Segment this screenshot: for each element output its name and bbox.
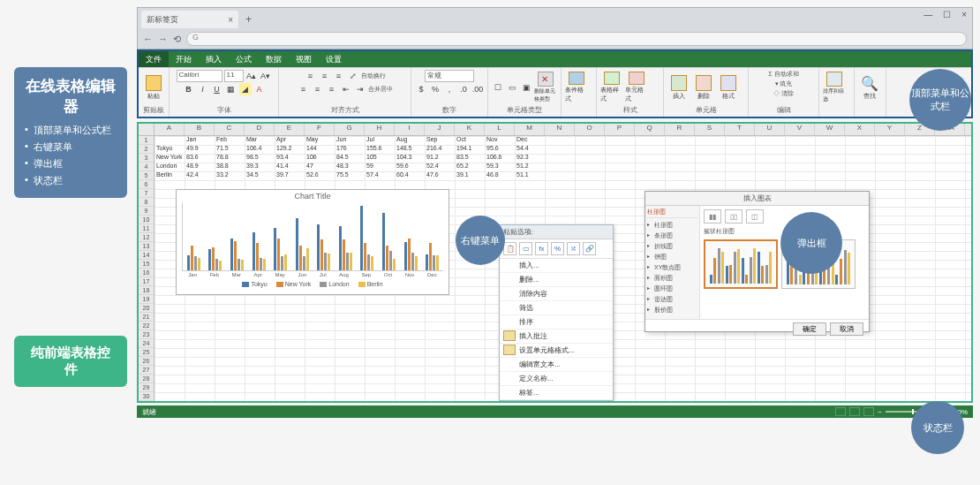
- number-format-select[interactable]: 常规: [425, 70, 474, 82]
- cell[interactable]: 59.3: [485, 163, 515, 171]
- currency-icon[interactable]: $: [415, 83, 427, 95]
- context-menu-item[interactable]: 设置单元格格式...: [500, 344, 613, 358]
- cell[interactable]: 93.4: [275, 154, 305, 163]
- cell[interactable]: 48.3: [335, 163, 365, 171]
- context-menu-item[interactable]: 清除内容: [500, 287, 613, 301]
- cell[interactable]: 57.4: [365, 171, 395, 180]
- cell[interactable]: 60.4: [395, 171, 425, 180]
- row-header[interactable]: 29: [139, 383, 154, 392]
- comma-icon[interactable]: ,: [443, 83, 456, 95]
- cell[interactable]: 83.5: [455, 154, 485, 163]
- dialog-sidebar-item[interactable]: 条形图: [647, 231, 697, 241]
- cell[interactable]: Jul: [365, 136, 395, 145]
- align-right-icon[interactable]: ≡: [326, 83, 338, 95]
- ribbon-tab-数据[interactable]: 数据: [259, 51, 289, 67]
- celltype-icon[interactable]: ▣: [520, 81, 532, 94]
- close-icon[interactable]: ×: [228, 15, 233, 25]
- underline-button[interactable]: U: [211, 83, 223, 95]
- cell[interactable]: 65.2: [455, 163, 485, 171]
- row-header[interactable]: 16: [139, 269, 154, 277]
- row-header[interactable]: 9: [139, 207, 154, 216]
- cell[interactable]: 148.5: [395, 145, 425, 154]
- align-middle-icon[interactable]: ≡: [319, 70, 331, 82]
- row-header[interactable]: 21: [139, 313, 154, 322]
- legend-item[interactable]: Tokyo: [242, 281, 267, 287]
- dialog-sidebar-item[interactable]: 饼图: [647, 252, 697, 262]
- row-header[interactable]: 17: [139, 277, 154, 286]
- ribbon-tab-开始[interactable]: 开始: [169, 51, 199, 67]
- select-all-corner[interactable]: [139, 124, 155, 135]
- cell[interactable]: 91.2: [425, 154, 455, 163]
- row-header[interactable]: 3: [139, 154, 154, 163]
- cell-grid[interactable]: Chart Title JanFebMarAprMayJunJulAugSepO…: [155, 136, 971, 401]
- cell[interactable]: Feb: [215, 136, 245, 145]
- spreadsheet[interactable]: ABCDEFGHIJKLMNOPQRSTUVWXYZAA 12345678910…: [137, 122, 973, 403]
- cell[interactable]: London: [155, 163, 185, 171]
- dialog-sidebar-item[interactable]: 股价图: [647, 305, 697, 315]
- column-header[interactable]: Q: [635, 124, 665, 135]
- browser-tab[interactable]: 新标签页 ×: [141, 11, 238, 28]
- italic-button[interactable]: I: [197, 83, 209, 95]
- row-header[interactable]: 18: [139, 286, 154, 295]
- context-menu-item[interactable]: 插入...: [500, 259, 613, 273]
- orientation-icon[interactable]: ⤢: [347, 70, 359, 82]
- column-header[interactable]: R: [665, 124, 695, 135]
- insert-cell-button[interactable]: 插入: [667, 72, 690, 103]
- row-header[interactable]: 31: [139, 401, 154, 403]
- dialog-sidebar-item[interactable]: 雷达图: [647, 294, 697, 305]
- cell[interactable]: 92.3: [515, 154, 545, 163]
- cell[interactable]: 52.4: [425, 163, 455, 171]
- legend-item[interactable]: London: [320, 281, 349, 287]
- dialog-sidebar-item[interactable]: 圆环图: [647, 284, 697, 294]
- cell[interactable]: May: [305, 136, 335, 145]
- cell[interactable]: 71.5: [215, 145, 245, 154]
- cell[interactable]: 176: [335, 145, 365, 154]
- paste-values-icon[interactable]: ▭: [519, 242, 532, 255]
- sort-filter-button[interactable]: 排序和筛选: [823, 72, 846, 103]
- cell[interactable]: Sep: [425, 136, 455, 145]
- cell[interactable]: 98.5: [245, 154, 275, 163]
- column-header[interactable]: S: [695, 124, 725, 135]
- cell[interactable]: 129.2: [275, 145, 305, 154]
- delete-celltype-button[interactable]: 删除单元格类型: [534, 72, 557, 103]
- row-header[interactable]: 22: [139, 322, 154, 330]
- row-header[interactable]: 12: [139, 233, 154, 242]
- row-header[interactable]: 30: [139, 392, 154, 401]
- align-center-icon[interactable]: ≡: [312, 83, 324, 95]
- chart-type-column-icon[interactable]: ▮▮: [704, 209, 721, 224]
- dec-decimal-icon[interactable]: .00: [471, 83, 484, 95]
- dialog-sidebar-item[interactable]: 面积图: [647, 273, 697, 284]
- address-input[interactable]: G: [186, 32, 967, 46]
- row-header[interactable]: 4: [139, 163, 154, 171]
- align-top-icon[interactable]: ≡: [305, 70, 317, 82]
- cell[interactable]: 47: [305, 163, 335, 171]
- dialog-sidebar-item[interactable]: XY散点图: [647, 262, 697, 273]
- paste-link-icon[interactable]: 🔗: [583, 242, 596, 255]
- cell[interactable]: 59.6: [395, 163, 425, 171]
- cell[interactable]: 106: [305, 154, 335, 163]
- cell[interactable]: 48.9: [185, 163, 215, 171]
- merge-center-button[interactable]: 合并居中: [368, 85, 393, 94]
- view-break-icon[interactable]: [863, 407, 874, 416]
- decrease-font-icon[interactable]: A▾: [260, 70, 272, 82]
- inc-decimal-icon[interactable]: .0: [457, 83, 470, 95]
- column-header[interactable]: V: [785, 124, 815, 135]
- cell[interactable]: 216.4: [425, 145, 455, 154]
- row-header[interactable]: 20: [139, 304, 154, 313]
- row-header[interactable]: 7: [139, 189, 154, 198]
- row-header[interactable]: 8: [139, 198, 154, 207]
- row-header[interactable]: 6: [139, 180, 154, 189]
- column-header[interactable]: O: [575, 124, 605, 135]
- view-normal-icon[interactable]: [835, 407, 846, 416]
- cell[interactable]: Mar: [245, 136, 275, 145]
- paste-format-icon[interactable]: %: [551, 242, 564, 255]
- column-header[interactable]: M: [515, 124, 545, 135]
- row-header[interactable]: 10: [139, 216, 154, 224]
- forward-button[interactable]: →: [158, 34, 168, 44]
- cell[interactable]: Jan: [185, 136, 215, 145]
- cell[interactable]: Oct: [455, 136, 485, 145]
- autosum-button[interactable]: Σ 自动求和: [768, 70, 798, 79]
- column-header[interactable]: G: [335, 124, 365, 135]
- cell[interactable]: 42.4: [185, 171, 215, 180]
- delete-cell-button[interactable]: 删除: [692, 72, 715, 103]
